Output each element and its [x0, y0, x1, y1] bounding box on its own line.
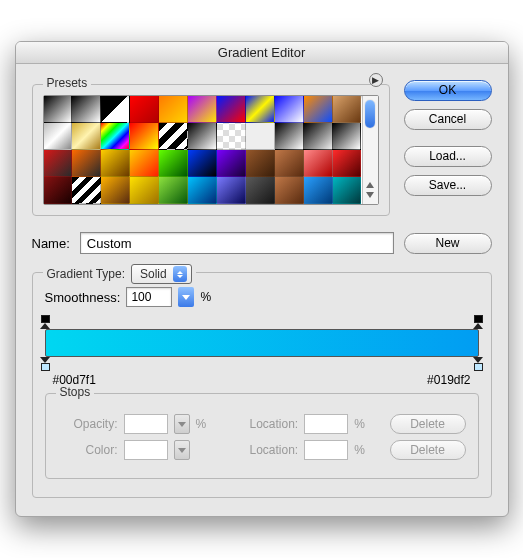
preset-swatch[interactable]	[333, 96, 362, 123]
gradient-type-value: Solid	[140, 267, 167, 281]
preset-swatch[interactable]	[188, 123, 217, 150]
color-label: Color:	[58, 443, 118, 457]
load-button[interactable]: Load...	[404, 146, 492, 167]
preset-swatch[interactable]	[333, 123, 362, 150]
preset-swatch[interactable]	[246, 177, 275, 204]
preset-swatch[interactable]	[159, 177, 188, 204]
preset-swatch[interactable]	[44, 150, 73, 177]
preset-swatch[interactable]	[101, 96, 130, 123]
color-stop-left[interactable]	[40, 357, 51, 371]
popup-arrows-icon	[173, 266, 187, 282]
preset-swatch[interactable]	[44, 96, 73, 123]
gradient-type-group: Gradient Type: Solid Smoothness: % #00d7…	[32, 272, 492, 498]
preset-swatch[interactable]	[159, 123, 188, 150]
preset-swatch[interactable]	[217, 96, 246, 123]
opacity-stop-left[interactable]	[40, 315, 51, 329]
ok-button[interactable]: OK	[404, 80, 492, 101]
gradient-type-label: Gradient Type:	[47, 267, 126, 281]
preset-swatch[interactable]	[333, 150, 362, 177]
color-input	[124, 440, 168, 460]
preset-swatch[interactable]	[188, 96, 217, 123]
name-input[interactable]	[80, 232, 394, 254]
stops-group: Stops Opacity: % Location: % Delete Colo…	[45, 393, 479, 479]
preset-swatch[interactable]	[304, 177, 333, 204]
presets-grid	[44, 96, 362, 204]
opacity-input	[124, 414, 168, 434]
preset-swatch[interactable]	[246, 123, 275, 150]
preset-swatch[interactable]	[246, 150, 275, 177]
preset-swatch[interactable]	[275, 123, 304, 150]
gradient-editor-window: Gradient Editor Presets ▶ OK Cancel Lo	[15, 41, 509, 517]
preset-swatch[interactable]	[304, 123, 333, 150]
preset-swatch[interactable]	[246, 96, 275, 123]
window-title: Gradient Editor	[16, 42, 508, 64]
cancel-button[interactable]: Cancel	[404, 109, 492, 130]
preset-swatch[interactable]	[159, 150, 188, 177]
preset-swatch[interactable]	[275, 177, 304, 204]
presets-scrollbar[interactable]	[362, 96, 378, 204]
gradient-type-legend: Gradient Type: Solid	[43, 264, 196, 284]
stops-legend: Stops	[56, 385, 95, 399]
scroll-thumb[interactable]	[365, 100, 375, 128]
preset-swatch[interactable]	[304, 150, 333, 177]
right-button-column: OK Cancel Load... Save...	[404, 78, 492, 216]
preset-swatch[interactable]	[72, 96, 101, 123]
smoothness-input[interactable]	[126, 287, 172, 307]
gradient-bar[interactable]	[45, 329, 479, 357]
preset-swatch[interactable]	[72, 150, 101, 177]
preset-swatch[interactable]	[333, 177, 362, 204]
preset-swatch[interactable]	[130, 150, 159, 177]
preset-swatch[interactable]	[72, 177, 101, 204]
new-button[interactable]: New	[404, 233, 492, 254]
scroll-down-icon[interactable]	[366, 192, 374, 198]
opacity-stepper-icon	[174, 414, 190, 434]
preset-swatch[interactable]	[188, 177, 217, 204]
delete-opacity-stop-button: Delete	[390, 414, 466, 434]
opacity-stop-right[interactable]	[473, 315, 484, 329]
delete-color-stop-button: Delete	[390, 440, 466, 460]
preset-swatch[interactable]	[44, 123, 73, 150]
preset-swatch[interactable]	[188, 150, 217, 177]
preset-swatch[interactable]	[44, 177, 73, 204]
opacity-unit: %	[196, 417, 207, 431]
preset-swatch[interactable]	[72, 123, 101, 150]
smoothness-label: Smoothness:	[45, 290, 121, 305]
preset-swatch[interactable]	[101, 177, 130, 204]
preset-swatch[interactable]	[130, 123, 159, 150]
color-location-input	[304, 440, 348, 460]
opacity-location-input	[304, 414, 348, 434]
color-stop-right[interactable]	[473, 357, 484, 371]
color-stepper-icon	[174, 440, 190, 460]
gradient-track[interactable]: #00d7f1 #019df2	[45, 329, 479, 357]
color-location-unit: %	[354, 443, 365, 457]
color-location-label: Location:	[226, 443, 298, 457]
preset-swatch[interactable]	[101, 150, 130, 177]
opacity-location-unit: %	[354, 417, 365, 431]
smoothness-stepper-icon[interactable]	[178, 287, 194, 307]
name-label: Name:	[32, 236, 70, 251]
presets-legend: Presets	[43, 76, 92, 90]
presets-group: Presets ▶	[32, 84, 390, 216]
preset-swatch[interactable]	[217, 150, 246, 177]
preset-swatch[interactable]	[217, 123, 246, 150]
preset-swatch[interactable]	[101, 123, 130, 150]
gradient-type-select[interactable]: Solid	[131, 264, 192, 284]
preset-swatch[interactable]	[130, 96, 159, 123]
preset-swatch[interactable]	[217, 177, 246, 204]
preset-swatch[interactable]	[275, 150, 304, 177]
preset-swatch[interactable]	[275, 96, 304, 123]
save-button[interactable]: Save...	[404, 175, 492, 196]
smoothness-unit: %	[200, 290, 211, 304]
presets-swatch-area	[43, 95, 379, 205]
preset-swatch[interactable]	[130, 177, 159, 204]
presets-flyout-menu-icon[interactable]: ▶	[369, 73, 383, 87]
right-hex-label: #019df2	[427, 373, 470, 387]
opacity-label: Opacity:	[58, 417, 118, 431]
content: Presets ▶ OK Cancel Load... Save...	[16, 64, 508, 516]
opacity-location-label: Location:	[226, 417, 298, 431]
preset-swatch[interactable]	[159, 96, 188, 123]
preset-swatch[interactable]	[304, 96, 333, 123]
scroll-up-icon[interactable]	[366, 182, 374, 188]
